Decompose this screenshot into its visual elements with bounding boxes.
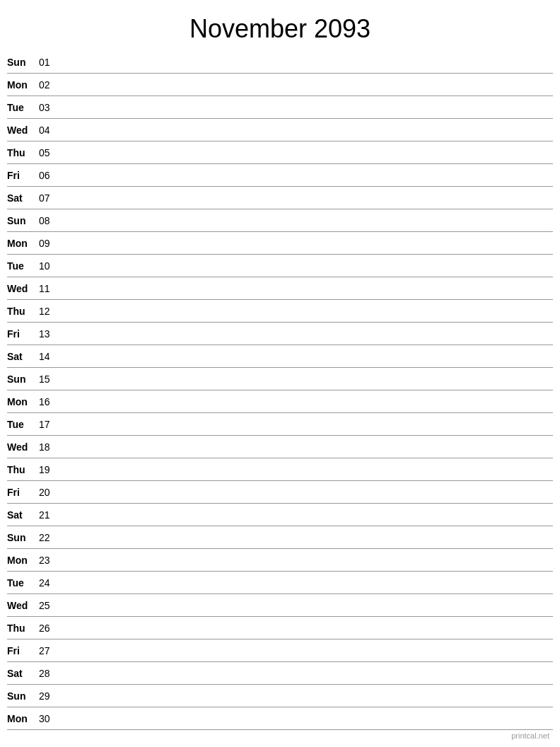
day-number: 17	[39, 419, 60, 430]
day-number: 14	[39, 351, 60, 362]
day-line	[60, 84, 553, 85]
day-line	[60, 243, 553, 243]
calendar-row: Fri20	[7, 481, 553, 504]
calendar-row: Sat21	[7, 504, 553, 526]
footer-label: printcal.net	[511, 731, 549, 740]
calendar-row: Mon09	[7, 232, 553, 255]
day-name: Thu	[7, 306, 39, 317]
day-name: Sun	[7, 215, 39, 226]
day-name: Wed	[7, 600, 39, 611]
day-name: Thu	[7, 147, 39, 158]
day-line	[60, 129, 553, 130]
day-number: 18	[39, 441, 60, 453]
calendar-row: Sat28	[7, 662, 553, 685]
day-number: 07	[39, 192, 60, 204]
calendar-row: Mon02	[7, 74, 553, 96]
day-number: 08	[39, 215, 60, 226]
day-name: Tue	[7, 102, 39, 113]
day-line	[60, 107, 553, 108]
day-number: 21	[39, 509, 60, 521]
day-number: 03	[39, 102, 60, 113]
day-line	[60, 695, 553, 696]
day-line	[60, 288, 553, 289]
day-number: 15	[39, 374, 60, 385]
calendar-row: Sun22	[7, 526, 553, 549]
day-name: Mon	[7, 79, 39, 91]
day-name: Wed	[7, 283, 39, 294]
day-name: Fri	[7, 328, 39, 340]
calendar-row: Thu12	[7, 300, 553, 323]
day-name: Sun	[7, 374, 39, 385]
day-line	[60, 62, 553, 62]
day-line	[60, 424, 553, 424]
page-title: November 2093	[0, 0, 560, 51]
day-line	[60, 333, 553, 334]
day-line	[60, 401, 553, 402]
day-line	[60, 175, 553, 175]
calendar-row: Sun15	[7, 368, 553, 390]
calendar-row: Wed18	[7, 436, 553, 458]
calendar-row: Tue24	[7, 572, 553, 594]
day-line	[60, 197, 553, 198]
day-number: 23	[39, 555, 60, 566]
calendar-row: Thu05	[7, 141, 553, 164]
calendar-row: Tue10	[7, 255, 553, 277]
calendar-row: Thu19	[7, 458, 553, 481]
calendar-row: Mon16	[7, 390, 553, 413]
day-number: 26	[39, 622, 60, 634]
day-line	[60, 265, 553, 266]
calendar-row: Mon30	[7, 707, 553, 730]
calendar-row: Wed11	[7, 277, 553, 300]
day-number: 28	[39, 668, 60, 679]
day-name: Sat	[7, 668, 39, 679]
day-line	[60, 152, 553, 153]
day-name: Fri	[7, 645, 39, 656]
day-name: Mon	[7, 555, 39, 566]
calendar-row: Fri27	[7, 639, 553, 662]
day-line	[60, 220, 553, 221]
day-number: 16	[39, 396, 60, 407]
day-line	[60, 560, 553, 560]
calendar-row: Tue17	[7, 413, 553, 436]
calendar-row: Sun29	[7, 685, 553, 707]
day-name: Thu	[7, 464, 39, 475]
day-line	[60, 537, 553, 538]
calendar-row: Fri06	[7, 164, 553, 187]
day-line	[60, 673, 553, 673]
day-line	[60, 718, 553, 719]
calendar-row: Fri13	[7, 323, 553, 345]
day-number: 25	[39, 600, 60, 611]
calendar-row: Mon23	[7, 549, 553, 572]
day-number: 04	[39, 124, 60, 136]
day-number: 27	[39, 645, 60, 656]
day-name: Mon	[7, 396, 39, 407]
day-line	[60, 492, 553, 492]
calendar-row: Wed04	[7, 119, 553, 141]
calendar-row: Sat14	[7, 345, 553, 368]
day-number: 30	[39, 713, 60, 724]
day-number: 09	[39, 238, 60, 249]
day-name: Sat	[7, 351, 39, 362]
day-name: Fri	[7, 487, 39, 498]
day-line	[60, 582, 553, 583]
calendar-row: Tue03	[7, 96, 553, 119]
day-line	[60, 378, 553, 379]
calendar-row: Sat07	[7, 187, 553, 209]
day-number: 10	[39, 260, 60, 272]
day-name: Sat	[7, 192, 39, 204]
day-line	[60, 650, 553, 651]
day-name: Sun	[7, 57, 39, 68]
calendar-row: Sun01	[7, 51, 553, 74]
day-line	[60, 627, 553, 628]
day-number: 19	[39, 464, 60, 475]
day-name: Tue	[7, 260, 39, 272]
day-number: 20	[39, 487, 60, 498]
day-number: 01	[39, 57, 60, 68]
day-line	[60, 469, 553, 470]
day-number: 29	[39, 690, 60, 702]
day-number: 22	[39, 532, 60, 543]
day-name: Sat	[7, 509, 39, 521]
day-line	[60, 605, 553, 606]
day-line	[60, 514, 553, 515]
day-name: Tue	[7, 419, 39, 430]
